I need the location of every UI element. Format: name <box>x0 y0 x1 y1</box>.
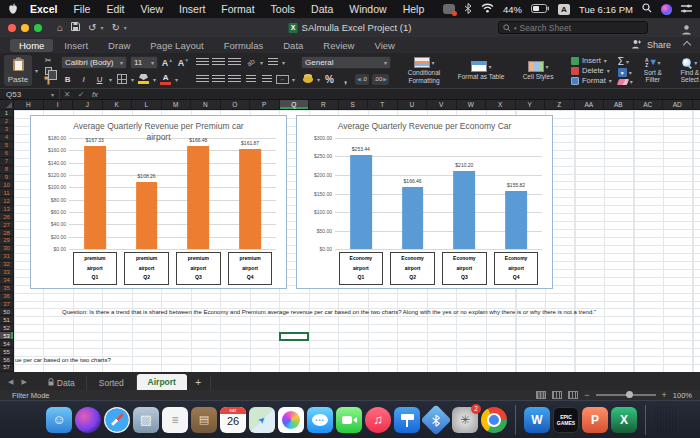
zoom-slider[interactable] <box>596 394 656 396</box>
normal-view-button[interactable] <box>536 391 546 399</box>
search-sheet-input[interactable]: ▾ Search Sheet <box>498 21 648 34</box>
dock-system-preferences-icon[interactable]: 2 <box>452 407 478 433</box>
row-header-51[interactable]: 51 <box>0 316 14 324</box>
input-source-icon[interactable]: A <box>558 4 570 15</box>
menu-window[interactable]: Window <box>341 3 394 15</box>
dock-trash-icon[interactable] <box>654 407 676 433</box>
cut-button[interactable]: ✂ <box>41 56 55 65</box>
ribbon-tab-review[interactable]: Review <box>314 39 363 52</box>
italic-button[interactable]: I <box>77 73 90 85</box>
align-left-button[interactable] <box>196 73 209 85</box>
dock-preview-icon[interactable] <box>133 407 159 433</box>
format-as-table-button[interactable]: ▾ Format as Table <box>454 61 508 80</box>
ribbon-tab-draw[interactable]: Draw <box>99 39 139 52</box>
page-layout-view-button[interactable] <box>552 391 562 399</box>
spotlight-icon[interactable] <box>642 3 652 15</box>
menu-excel[interactable]: Excel <box>22 3 65 15</box>
menu-view[interactable]: View <box>132 3 171 15</box>
row-header-26[interactable]: 26 <box>0 213 14 221</box>
row-header-57[interactable]: 57 <box>0 364 14 372</box>
chart-bar[interactable] <box>239 149 261 249</box>
economy-chart[interactable]: Average Quarterly Revenue per Economy Ca… <box>296 115 553 289</box>
column-header-Q[interactable]: Q <box>280 100 310 110</box>
font-color-button[interactable]: A <box>159 73 172 85</box>
chart-bar[interactable] <box>454 171 476 249</box>
dock-calendar-icon[interactable]: SAT26 <box>220 407 246 433</box>
zoom-slider-knob[interactable] <box>626 391 633 398</box>
dock-contacts-icon[interactable] <box>191 407 217 433</box>
percent-style-button[interactable]: % <box>323 73 336 85</box>
row-header-4[interactable]: 4 <box>0 134 14 142</box>
ribbon-tab-data[interactable]: Data <box>274 39 312 52</box>
chart-bar[interactable] <box>505 191 527 249</box>
search-scope-caret-icon[interactable]: ▾ <box>514 25 517 31</box>
row-header-3[interactable]: 3 <box>0 126 14 134</box>
dock-safari-icon[interactable] <box>104 407 130 433</box>
save-icon[interactable] <box>71 22 80 33</box>
battery-icon[interactable] <box>531 4 549 15</box>
row-header-52[interactable]: 52 <box>0 324 14 332</box>
autosum-button[interactable]: Σ▾ <box>618 56 633 67</box>
chart-bar[interactable] <box>188 146 210 249</box>
chart-bar[interactable] <box>84 146 106 249</box>
number-format-select[interactable]: General▾ <box>301 56 391 69</box>
cancel-entry-icon[interactable]: ✕ <box>60 90 74 99</box>
align-bottom-button[interactable] <box>228 56 241 68</box>
dock-messages-icon[interactable] <box>307 407 333 433</box>
row-header-37[interactable]: 37 <box>0 301 14 309</box>
menu-file[interactable]: File <box>65 3 98 15</box>
sheet-canvas[interactable]: Average Quarterly Revenue per Premium ca… <box>14 110 700 372</box>
apple-menu-icon[interactable] <box>8 3 18 15</box>
copy-button[interactable] <box>41 66 55 75</box>
row-header-30[interactable]: 30 <box>0 245 14 253</box>
decrease-decimal-button[interactable]: .00▶ <box>372 74 389 85</box>
dock-reminders-icon[interactable] <box>162 407 188 433</box>
ribbon-tab-formulas[interactable]: Formulas <box>215 39 273 52</box>
underline-button[interactable]: U <box>93 73 106 85</box>
column-header-W[interactable]: W <box>457 100 487 110</box>
ribbon-tab-insert[interactable]: Insert <box>55 39 97 52</box>
bold-button[interactable]: B <box>61 73 74 85</box>
dock-photos-icon[interactable] <box>278 407 304 433</box>
orientation-caret-icon[interactable]: ▾ <box>260 59 263 66</box>
zoom-level[interactable]: 100% <box>673 391 692 400</box>
dock-excel-icon[interactable] <box>611 407 637 433</box>
siri-icon[interactable] <box>661 4 672 15</box>
collapse-ribbon-icon[interactable] <box>683 41 691 49</box>
undo-button[interactable]: ↺ <box>88 22 96 33</box>
redo-button[interactable]: ↻ <box>111 22 119 33</box>
row-header-56[interactable]: 56 <box>0 356 14 364</box>
row-header-6[interactable]: 6 <box>0 150 14 158</box>
dock-music-icon[interactable] <box>365 407 391 433</box>
dock-epic-games-icon[interactable] <box>553 407 579 433</box>
align-top-button[interactable] <box>196 56 209 68</box>
wrap-text-caret-icon[interactable]: ▾ <box>282 59 285 66</box>
prev-sheet-arrow-icon[interactable]: ◀ <box>8 378 13 386</box>
column-header-M[interactable]: M <box>162 100 192 110</box>
column-header-Y[interactable]: Y <box>516 100 546 110</box>
zoom-in-button[interactable]: + <box>662 391 667 399</box>
column-header-H[interactable]: H <box>14 100 44 110</box>
column-header-K[interactable]: K <box>103 100 133 110</box>
fill-color-button[interactable] <box>137 73 150 85</box>
control-center-icon[interactable] <box>681 4 692 15</box>
insert-cells-button[interactable]: Insert▾ <box>571 56 612 65</box>
row-header-5[interactable]: 5 <box>0 142 14 150</box>
column-header-V[interactable]: V <box>427 100 457 110</box>
format-cells-button[interactable]: Format▾ <box>571 76 612 85</box>
dock-word-icon[interactable] <box>524 407 550 433</box>
row-header-50[interactable]: 50 <box>0 308 14 316</box>
menu-format[interactable]: Format <box>213 3 262 15</box>
font-name-select[interactable]: Calibri (Body)▾ <box>61 56 127 69</box>
paste-button[interactable]: Paste <box>4 55 32 86</box>
dock-finder-icon[interactable] <box>46 407 72 433</box>
row-header-35[interactable]: 35 <box>0 285 14 293</box>
column-header-AB[interactable]: AB <box>604 100 634 110</box>
row-header-12[interactable]: 12 <box>0 197 14 205</box>
delete-cells-button[interactable]: Delete▾ <box>571 66 612 75</box>
row-header-2[interactable]: 2 <box>0 118 14 126</box>
row-header-13[interactable]: 13 <box>0 205 14 213</box>
screen-recorder-icon[interactable] <box>443 4 455 14</box>
bluetooth-icon[interactable] <box>464 3 472 16</box>
row-header-29[interactable]: 29 <box>0 237 14 245</box>
